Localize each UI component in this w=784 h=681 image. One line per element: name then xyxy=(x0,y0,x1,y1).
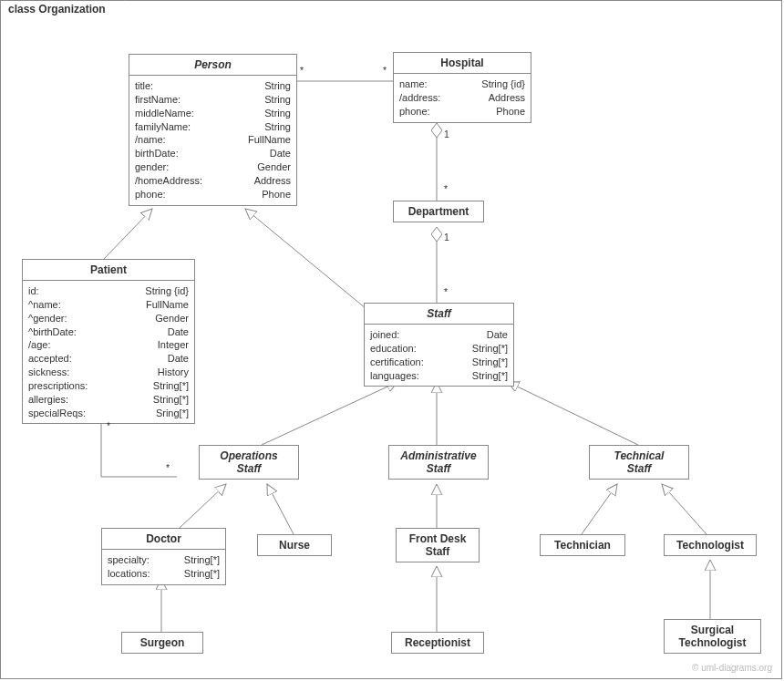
attr-name: firstName: xyxy=(135,93,181,107)
class-nurse: Nurse xyxy=(257,534,332,556)
attr-name: title: xyxy=(135,79,153,93)
attr-name: phone: xyxy=(135,188,166,201)
mult-person-hospital-left: * xyxy=(300,65,304,76)
svg-line-8 xyxy=(180,484,226,528)
attr-name: /age: xyxy=(28,338,50,352)
class-person-name: Person xyxy=(129,55,296,76)
svg-line-9 xyxy=(267,484,294,534)
class-receptionist-name: Receptionist xyxy=(392,633,483,653)
attr-row: certification:String[*] xyxy=(370,356,508,369)
attr-type: Integer xyxy=(143,338,189,352)
svg-line-3 xyxy=(104,209,152,259)
attr-row: familyName:String xyxy=(135,120,291,134)
attr-name: locations: xyxy=(108,567,150,581)
attr-type: Gender xyxy=(242,160,291,174)
attr-type: Phone xyxy=(247,188,291,201)
svg-line-4 xyxy=(245,209,377,317)
attr-type: String[*] xyxy=(139,393,189,407)
attr-type: Phone xyxy=(481,105,525,119)
attr-row: middleName:String xyxy=(135,107,291,120)
class-person-attrs: title:StringfirstName:StringmiddleName:S… xyxy=(129,76,296,205)
attr-name: familyName: xyxy=(135,120,191,134)
class-surgical-technologist-name: Surgical Technologist xyxy=(665,620,760,653)
attr-type: String {id} xyxy=(467,77,525,91)
mult-person-hospital-right: * xyxy=(383,65,387,76)
attr-row: accepted:Date xyxy=(28,352,189,366)
attr-row: ^gender:Gender xyxy=(28,312,189,325)
class-doctor-name: Doctor xyxy=(102,529,225,550)
attr-name: specialReqs: xyxy=(28,407,86,420)
svg-line-12 xyxy=(662,484,707,534)
class-department-name: Department xyxy=(394,201,483,222)
attr-row: sickness:History xyxy=(28,366,189,379)
attr-type: Date xyxy=(472,328,508,342)
class-operations-staff-name: Operations Staff xyxy=(200,446,298,479)
class-technologist-name: Technologist xyxy=(665,535,756,555)
mult-patient-ops-right: * xyxy=(166,462,170,473)
attr-name: education: xyxy=(370,342,417,356)
attr-row: gender:Gender xyxy=(135,160,291,174)
attr-row: name:String {id} xyxy=(399,77,525,91)
class-technician-name: Technician xyxy=(541,535,624,555)
attr-name: joined: xyxy=(370,328,399,342)
attr-name: /address: xyxy=(399,91,440,105)
attr-type: String xyxy=(250,120,291,134)
class-technician: Technician xyxy=(540,534,625,556)
class-hospital-name: Hospital xyxy=(394,53,531,74)
attr-name: middleName: xyxy=(135,107,194,120)
attr-name: id: xyxy=(28,284,39,298)
attr-row: specialReqs:Sring[*] xyxy=(28,407,189,420)
attr-type: String[*] xyxy=(458,342,508,356)
attr-row: phone:Phone xyxy=(399,105,525,119)
attr-name: ^birthDate: xyxy=(28,325,77,339)
attr-type: String xyxy=(250,107,291,120)
class-person: Person title:StringfirstName:Stringmiddl… xyxy=(129,54,297,206)
class-technical-staff-name: Technical Staff xyxy=(590,446,688,479)
mult-dept-staff-bot: * xyxy=(444,286,448,297)
class-front-desk: Front Desk Staff xyxy=(396,528,480,562)
attr-type: FullName xyxy=(131,298,189,312)
svg-line-11 xyxy=(582,484,617,534)
attr-type: History xyxy=(143,366,189,379)
svg-line-7 xyxy=(508,382,638,445)
attr-row: prescriptions:String[*] xyxy=(28,379,189,393)
attr-row: firstName:String xyxy=(135,93,291,107)
attr-row: ^name:FullName xyxy=(28,298,189,312)
class-patient-name: Patient xyxy=(23,260,194,281)
attr-type: String[*] xyxy=(170,553,220,567)
attr-name: ^name: xyxy=(28,298,61,312)
mult-hospital-dept-bot: * xyxy=(444,183,448,194)
class-surgeon-name: Surgeon xyxy=(122,633,202,653)
class-staff: Staff joined:Dateeducation:String[*]cert… xyxy=(364,303,514,387)
attr-type: String[*] xyxy=(458,356,508,369)
attr-name: phone: xyxy=(399,105,430,119)
attr-name: gender: xyxy=(135,160,169,174)
attr-type: Address xyxy=(474,91,525,105)
attr-row: /age:Integer xyxy=(28,338,189,352)
attr-type: String xyxy=(250,93,291,107)
attr-name: specialty: xyxy=(108,553,150,567)
watermark: © uml-diagrams.org xyxy=(692,663,772,673)
class-receptionist: Receptionist xyxy=(391,632,484,654)
attr-row: allergies:String[*] xyxy=(28,393,189,407)
diagram-frame: class Organization xyxy=(0,0,782,679)
class-staff-name: Staff xyxy=(365,304,513,325)
class-hospital-attrs: name:String {id}/address:Addressphone:Ph… xyxy=(394,74,531,122)
attr-row: languages:String[*] xyxy=(370,369,508,383)
attr-type: Sring[*] xyxy=(141,407,189,420)
attr-row: locations:String[*] xyxy=(108,567,220,581)
attr-name: allergies: xyxy=(28,393,68,407)
class-admin-staff: Administrative Staff xyxy=(388,445,489,480)
mult-dept-staff-top: 1 xyxy=(444,232,449,242)
attr-name: ^gender: xyxy=(28,312,67,325)
attr-row: education:String[*] xyxy=(370,342,508,356)
class-surgeon: Surgeon xyxy=(121,632,203,654)
class-doctor-attrs: specialty:String[*]locations:String[*] xyxy=(102,550,225,584)
attr-name: sickness: xyxy=(28,366,69,379)
svg-line-5 xyxy=(262,382,397,445)
class-patient: Patient id:String {id}^name:FullName^gen… xyxy=(22,259,195,424)
attr-row: birthDate:Date xyxy=(135,147,291,160)
class-front-desk-name: Front Desk Staff xyxy=(397,529,479,562)
attr-name: name: xyxy=(399,77,428,91)
class-surgical-technologist: Surgical Technologist xyxy=(664,619,761,654)
